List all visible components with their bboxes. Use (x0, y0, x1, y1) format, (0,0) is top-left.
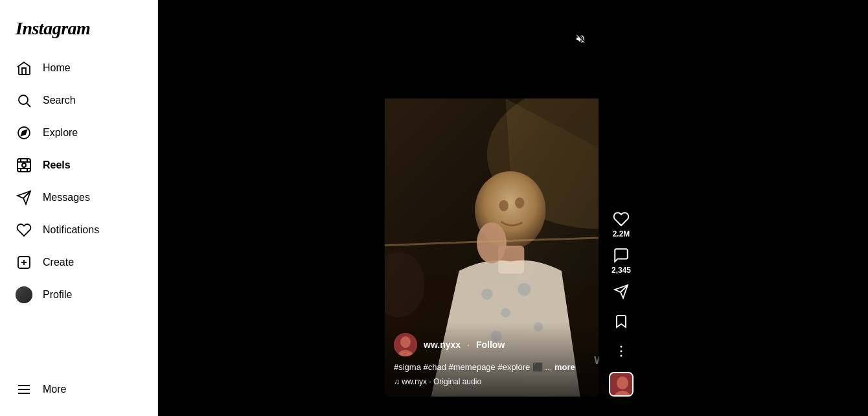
main-content: WW.NYX (158, 0, 868, 416)
reel-caption: #sigma #chad #memepage #explore ⬛ ... mo… (394, 362, 589, 373)
svg-point-34 (400, 336, 411, 348)
sidebar-item-messages[interactable]: Messages (8, 181, 150, 214)
svg-line-1 (27, 104, 31, 108)
sidebar-item-reels-label: Reels (43, 159, 71, 171)
svg-point-0 (19, 95, 28, 104)
reel-actions-panel: 2.2M 2,345 (601, 21, 641, 397)
reel-audio[interactable]: ♫ ww.nyx · Original audio (394, 377, 589, 386)
sidebar-item-create[interactable]: Create (8, 246, 150, 279)
sidebar-item-reels[interactable]: Reels (8, 149, 150, 181)
sidebar-item-more-label: More (43, 384, 66, 395)
reel-video[interactable]: WW.NYX (385, 21, 599, 397)
sidebar-item-home[interactable]: Home (8, 52, 150, 84)
follow-button[interactable]: Follow (476, 340, 505, 350)
explore-icon (16, 124, 32, 141)
search-icon (16, 92, 32, 109)
reel-info: ww.nyxx · Follow #sigma #chad #memepage … (385, 323, 599, 397)
svg-point-23 (515, 197, 524, 208)
svg-point-22 (499, 200, 508, 211)
home-icon (16, 60, 32, 76)
reel-author-thumb[interactable] (609, 372, 634, 397)
svg-point-40 (617, 376, 628, 389)
reel-card: WW.NYX (385, 21, 599, 397)
sidebar-item-search[interactable]: Search (8, 84, 150, 117)
comment-count: 2,345 (611, 266, 631, 275)
sidebar-item-more[interactable]: More (8, 373, 150, 406)
like-icon (612, 210, 630, 228)
messages-icon (16, 189, 32, 206)
svg-point-36 (621, 346, 622, 348)
sidebar-item-explore[interactable]: Explore (8, 117, 150, 149)
profile-avatar (16, 286, 32, 303)
reel-top-black (385, 21, 599, 98)
sidebar-item-explore-label: Explore (43, 127, 78, 139)
sidebar-item-messages-label: Messages (43, 192, 90, 203)
reels-icon (16, 157, 32, 174)
svg-point-27 (518, 283, 531, 296)
more-caption-button[interactable]: more (554, 362, 575, 372)
notifications-icon (16, 222, 32, 238)
svg-rect-4 (17, 159, 30, 172)
svg-point-26 (501, 308, 510, 317)
reel-username[interactable]: ww.nyxx (424, 340, 461, 350)
svg-point-38 (621, 355, 622, 357)
like-count: 2.2M (613, 229, 630, 238)
reel-feed-wrapper: WW.NYX (385, 0, 641, 416)
sidebar: Instagram Home Search Explore (0, 0, 158, 416)
svg-point-5 (22, 163, 26, 167)
sidebar-item-home-label: Home (43, 62, 71, 74)
svg-point-37 (621, 351, 622, 352)
share-action[interactable] (612, 283, 630, 301)
sidebar-item-profile-label: Profile (43, 289, 72, 301)
sidebar-item-notifications[interactable]: Notifications (8, 214, 150, 246)
reel-user-row: ww.nyxx · Follow (394, 333, 589, 356)
like-action[interactable]: 2.2M (612, 210, 630, 238)
mute-button[interactable] (570, 29, 591, 49)
svg-marker-3 (21, 130, 27, 135)
svg-point-30 (477, 222, 507, 263)
more-actions-button[interactable] (612, 342, 630, 360)
app-logo[interactable]: Instagram (8, 10, 150, 52)
svg-point-25 (481, 288, 492, 299)
dot-separator: · (467, 340, 470, 350)
sidebar-item-profile[interactable]: Profile (8, 279, 150, 311)
sidebar-item-notifications-label: Notifications (43, 224, 99, 236)
comment-action[interactable]: 2,345 (611, 246, 631, 275)
create-icon (16, 254, 32, 271)
reel-user-avatar[interactable] (394, 333, 417, 356)
sidebar-item-search-label: Search (43, 95, 76, 106)
more-icon (16, 381, 32, 398)
bookmark-action[interactable] (612, 312, 630, 330)
sidebar-item-create-label: Create (43, 257, 74, 268)
comment-icon (612, 246, 630, 264)
